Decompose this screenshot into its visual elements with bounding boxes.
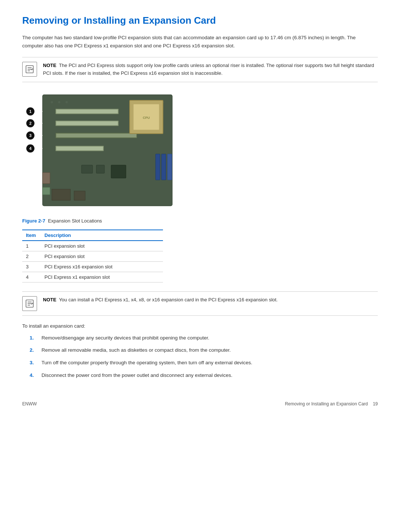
table-cell-description: PCI Express x16 expansion slot: [41, 261, 163, 272]
svg-rect-14: [56, 121, 118, 125]
col-header-item: Item: [22, 230, 41, 241]
svg-text:1: 1: [29, 109, 31, 114]
col-header-description: Description: [41, 230, 163, 241]
table-row: 3 PCI Express x16 expansion slot: [22, 261, 163, 272]
svg-rect-28: [96, 165, 104, 173]
svg-rect-23: [161, 154, 166, 180]
svg-rect-29: [111, 165, 126, 178]
svg-text:4: 4: [29, 146, 32, 151]
table-row: 1 PCI expansion slot: [22, 241, 163, 251]
table-cell-item: 3: [22, 261, 41, 272]
note-box-2: NOTE You can install a PCI Express x1, x…: [22, 291, 378, 316]
note-box-1: NOTE The PCI and PCI Express slots suppo…: [22, 57, 378, 82]
step-text: Remove all removable media, such as disk…: [41, 346, 231, 354]
page-footer: ENWW Removing or Installing an Expansion…: [22, 398, 378, 406]
note-icon-1: [22, 62, 37, 77]
svg-rect-27: [81, 165, 93, 173]
intro-text: The computer has two standard low-profil…: [22, 34, 378, 50]
svg-rect-22: [156, 154, 160, 180]
svg-rect-26: [43, 187, 50, 195]
note2-text: NOTE You can install a PCI Express x1, x…: [43, 296, 278, 304]
svg-rect-30: [52, 189, 70, 200]
note1-label: NOTE: [43, 63, 56, 68]
table-row: 4 PCI Express x1 expansion slot: [22, 272, 163, 282]
svg-rect-31: [74, 191, 85, 200]
svg-rect-24: [167, 154, 172, 180]
steps-list: 1. Remove/disengage any security devices…: [30, 334, 378, 379]
step-number: 4.: [30, 371, 37, 379]
note1-text: NOTE The PCI and PCI Express slots suppo…: [43, 62, 378, 77]
table-cell-item: 4: [22, 272, 41, 282]
svg-text:2: 2: [29, 121, 31, 126]
footer-left: ENWW: [22, 401, 37, 406]
svg-point-5: [51, 101, 53, 103]
motherboard-diagram: CPU 1 2 3: [22, 91, 178, 213]
step-number: 1.: [30, 334, 37, 342]
table-cell-description: PCI expansion slot: [41, 251, 163, 261]
svg-text:CPU: CPU: [143, 116, 150, 120]
svg-point-6: [58, 101, 60, 103]
note2-label: NOTE: [43, 297, 56, 302]
table-header-row: Item Description: [22, 230, 163, 241]
svg-point-7: [66, 101, 68, 103]
table-cell-item: 2: [22, 251, 41, 261]
table-row: 2 PCI expansion slot: [22, 251, 163, 261]
svg-rect-12: [56, 110, 118, 113]
page-title: Removing or Installing an Expansion Card: [22, 15, 378, 26]
svg-text:3: 3: [29, 133, 31, 138]
table-cell-description: PCI Express x1 expansion slot: [41, 272, 163, 282]
table-cell-description: PCI expansion slot: [41, 241, 163, 251]
footer-center: Removing or Installing an Expansion Card…: [285, 401, 378, 406]
figure-number: Figure 2-7: [22, 218, 45, 224]
step-text: Turn off the computer properly through t…: [41, 359, 252, 367]
svg-rect-16: [56, 134, 136, 137]
item-description-table: Item Description 1 PCI expansion slot 2 …: [22, 230, 163, 282]
svg-rect-18: [56, 147, 103, 150]
step-text: Remove/disengage any security devices th…: [41, 334, 209, 342]
note-icon-2: [22, 296, 37, 311]
figure-caption: Figure 2-7 Expansion Slot Locations: [22, 218, 378, 224]
list-item: 1. Remove/disengage any security devices…: [30, 334, 378, 342]
step-number: 3.: [30, 359, 37, 367]
list-item: 3. Turn off the computer properly throug…: [30, 359, 378, 367]
list-item: 2. Remove all removable media, such as d…: [30, 346, 378, 354]
list-item: 4. Disconnect the power cord from the po…: [30, 371, 378, 379]
step-text: Disconnect the power cord from the power…: [41, 371, 233, 379]
table-cell-item: 1: [22, 241, 41, 251]
step-number: 2.: [30, 346, 37, 354]
svg-rect-25: [43, 173, 50, 184]
figure-container: CPU 1 2 3: [22, 91, 378, 214]
to-install-text: To install an expansion card:: [22, 323, 378, 329]
